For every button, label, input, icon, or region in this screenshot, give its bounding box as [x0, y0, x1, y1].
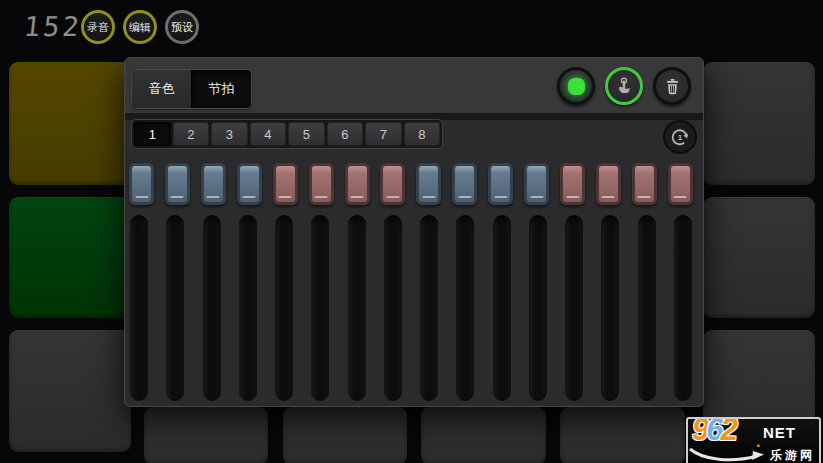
preset-button[interactable]: 预设	[165, 10, 199, 44]
record-button[interactable]: 录音	[81, 10, 115, 44]
step-toggle-1[interactable]	[129, 163, 154, 205]
page-button-4[interactable]: 4	[250, 122, 287, 146]
page-selector: 12345678	[131, 119, 443, 149]
sequencer-panel: 音色 节拍 12345678 1	[124, 57, 704, 407]
watermark-digit: 6	[706, 417, 720, 447]
drum-pad-left-3[interactable]	[9, 330, 131, 452]
velocity-slider-9[interactable]	[420, 215, 438, 401]
velocity-slider-12[interactable]	[529, 215, 547, 401]
bpm-display: 152	[22, 11, 83, 42]
velocity-slider-5[interactable]	[275, 215, 293, 401]
velocity-slider-11[interactable]	[493, 215, 511, 401]
drum-pad-right-1[interactable]	[703, 62, 815, 185]
page-button-7[interactable]: 7	[365, 122, 402, 146]
slider-row	[130, 215, 692, 401]
step-toggle-9[interactable]	[416, 163, 441, 205]
touch-mode-button[interactable]	[605, 67, 643, 105]
watermark-digit: 2	[721, 417, 735, 447]
watermark-suffix: NET	[763, 424, 796, 441]
velocity-slider-3[interactable]	[203, 215, 221, 401]
page-button-8[interactable]: 8	[404, 122, 441, 146]
clear-button[interactable]	[653, 67, 691, 105]
loop-count-label: 1	[678, 133, 682, 142]
step-toggle-10[interactable]	[452, 163, 477, 205]
touch-icon	[614, 76, 634, 96]
record-button-label: 录音	[87, 20, 109, 35]
step-toggle-5[interactable]	[273, 163, 298, 205]
tab-tone-label: 音色	[149, 80, 175, 98]
velocity-slider-2[interactable]	[166, 215, 184, 401]
drum-pad-left-2[interactable]	[9, 197, 131, 318]
tab-beat[interactable]: 节拍	[191, 70, 251, 108]
edit-button-label: 编辑	[129, 20, 151, 35]
velocity-slider-6[interactable]	[311, 215, 329, 401]
page-button-2[interactable]: 2	[173, 122, 210, 146]
step-toggle-row	[129, 163, 693, 205]
tab-tone[interactable]: 音色	[132, 70, 191, 108]
drum-machine-app: { "colors": { "accent_green": "#39e239",…	[0, 0, 823, 463]
record-dot-icon	[568, 78, 585, 95]
step-toggle-14[interactable]	[596, 163, 621, 205]
step-toggle-4[interactable]	[237, 163, 262, 205]
trash-icon	[663, 77, 682, 96]
watermark-digit: 9	[692, 417, 706, 447]
velocity-slider-7[interactable]	[348, 215, 366, 401]
site-watermark: 962 . NET 乐游网	[686, 417, 821, 463]
page-button-5[interactable]: 5	[288, 122, 325, 146]
loop-once-button[interactable]: 1	[663, 120, 697, 154]
page-button-6[interactable]: 6	[327, 122, 364, 146]
step-toggle-12[interactable]	[524, 163, 549, 205]
drum-pad-left-1[interactable]	[9, 62, 131, 185]
tab-group: 音色 节拍	[131, 69, 252, 109]
velocity-slider-13[interactable]	[565, 215, 583, 401]
step-toggle-15[interactable]	[632, 163, 657, 205]
step-toggle-8[interactable]	[380, 163, 405, 205]
velocity-slider-1[interactable]	[130, 215, 148, 401]
page-button-3[interactable]: 3	[211, 122, 248, 146]
step-toggle-2[interactable]	[165, 163, 190, 205]
watermark-digits: 962	[692, 417, 735, 448]
velocity-slider-10[interactable]	[456, 215, 474, 401]
step-toggle-3[interactable]	[201, 163, 226, 205]
page-button-1[interactable]: 1	[134, 122, 171, 146]
drum-pad-bottom-3[interactable]	[421, 407, 546, 463]
velocity-slider-14[interactable]	[601, 215, 619, 401]
velocity-slider-16[interactable]	[674, 215, 692, 401]
record-indicator-button[interactable]	[557, 67, 595, 105]
tab-beat-label: 节拍	[209, 80, 235, 98]
watermark-swoosh-icon	[689, 447, 767, 463]
preset-button-label: 预设	[171, 20, 193, 35]
watermark-site-name: 乐游网	[770, 447, 815, 463]
drum-pad-bottom-2[interactable]	[283, 407, 407, 463]
step-toggle-6[interactable]	[309, 163, 334, 205]
velocity-slider-15[interactable]	[638, 215, 656, 401]
drum-pad-bottom-1[interactable]	[144, 407, 268, 463]
drum-pad-right-2[interactable]	[703, 197, 815, 318]
step-toggle-16[interactable]	[668, 163, 693, 205]
drum-pad-bottom-4[interactable]	[560, 407, 685, 463]
step-toggle-7[interactable]	[345, 163, 370, 205]
velocity-slider-4[interactable]	[239, 215, 257, 401]
edit-button[interactable]: 编辑	[123, 10, 157, 44]
step-toggle-13[interactable]	[560, 163, 585, 205]
step-toggle-11[interactable]	[488, 163, 513, 205]
velocity-slider-8[interactable]	[384, 215, 402, 401]
